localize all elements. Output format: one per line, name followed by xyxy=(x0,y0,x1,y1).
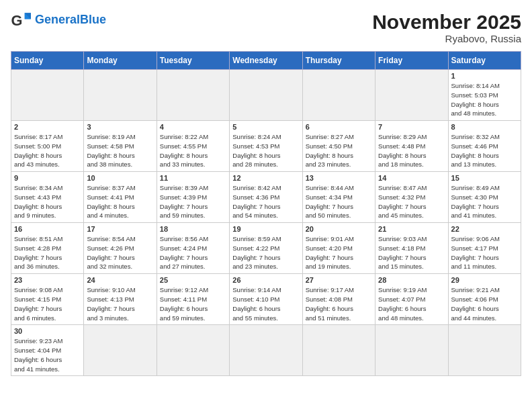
day-cell: 2Sunrise: 8:17 AM Sunset: 5:00 PM Daylig… xyxy=(11,121,84,172)
day-info: Sunrise: 8:34 AM Sunset: 4:43 PM Dayligh… xyxy=(14,183,81,220)
col-header-monday: Monday xyxy=(84,52,157,70)
day-cell: 23Sunrise: 9:08 AM Sunset: 4:15 PM Dayli… xyxy=(11,274,84,325)
day-number: 18 xyxy=(160,225,226,233)
day-info: Sunrise: 8:32 AM Sunset: 4:46 PM Dayligh… xyxy=(451,132,518,169)
day-info: Sunrise: 8:37 AM Sunset: 4:41 PM Dayligh… xyxy=(87,183,153,220)
day-number: 22 xyxy=(451,225,518,233)
day-info: Sunrise: 8:47 AM Sunset: 4:32 PM Dayligh… xyxy=(378,183,445,220)
day-cell: 19Sunrise: 8:59 AM Sunset: 4:22 PM Dayli… xyxy=(230,223,302,274)
day-cell: 8Sunrise: 8:32 AM Sunset: 4:46 PM Daylig… xyxy=(448,121,521,172)
week-row-2: 2Sunrise: 8:17 AM Sunset: 5:00 PM Daylig… xyxy=(11,121,521,172)
title-block: November 2025 Ryabovo, Russia xyxy=(372,11,521,44)
day-cell: 16Sunrise: 8:51 AM Sunset: 4:28 PM Dayli… xyxy=(11,223,84,274)
day-cell xyxy=(84,325,157,376)
col-header-saturday: Saturday xyxy=(448,52,521,70)
day-cell: 7Sunrise: 8:29 AM Sunset: 4:48 PM Daylig… xyxy=(375,121,448,172)
day-info: Sunrise: 8:29 AM Sunset: 4:48 PM Dayligh… xyxy=(378,132,445,169)
day-cell: 30Sunrise: 9:23 AM Sunset: 4:04 PM Dayli… xyxy=(11,325,84,376)
day-number: 19 xyxy=(232,225,299,233)
day-info: Sunrise: 8:17 AM Sunset: 5:00 PM Dayligh… xyxy=(14,132,81,169)
day-info: Sunrise: 9:17 AM Sunset: 4:08 PM Dayligh… xyxy=(306,285,372,322)
day-cell: 28Sunrise: 9:19 AM Sunset: 4:07 PM Dayli… xyxy=(375,274,448,325)
day-cell xyxy=(157,70,229,121)
day-cell xyxy=(11,70,84,121)
day-number: 15 xyxy=(451,174,518,182)
day-cell xyxy=(375,325,448,376)
day-number: 17 xyxy=(87,225,153,233)
day-info: Sunrise: 9:08 AM Sunset: 4:15 PM Dayligh… xyxy=(14,285,81,322)
day-number: 8 xyxy=(451,123,518,131)
week-row-1: 1Sunrise: 8:14 AM Sunset: 5:03 PM Daylig… xyxy=(11,70,521,121)
day-number: 24 xyxy=(87,276,153,284)
day-info: Sunrise: 8:22 AM Sunset: 4:55 PM Dayligh… xyxy=(160,132,226,169)
day-cell: 12Sunrise: 8:42 AM Sunset: 4:36 PM Dayli… xyxy=(230,172,302,223)
logo-general: General xyxy=(35,13,80,26)
day-cell: 15Sunrise: 8:49 AM Sunset: 4:30 PM Dayli… xyxy=(448,172,521,223)
month-title: November 2025 xyxy=(372,11,521,33)
day-cell: 10Sunrise: 8:37 AM Sunset: 4:41 PM Dayli… xyxy=(84,172,157,223)
day-cell: 11Sunrise: 8:39 AM Sunset: 4:39 PM Dayli… xyxy=(157,172,229,223)
day-cell: 9Sunrise: 8:34 AM Sunset: 4:43 PM Daylig… xyxy=(11,172,84,223)
day-cell: 22Sunrise: 9:06 AM Sunset: 4:17 PM Dayli… xyxy=(448,223,521,274)
day-cell: 4Sunrise: 8:22 AM Sunset: 4:55 PM Daylig… xyxy=(157,121,229,172)
day-cell: 13Sunrise: 8:44 AM Sunset: 4:34 PM Dayli… xyxy=(302,172,375,223)
day-info: Sunrise: 8:42 AM Sunset: 4:36 PM Dayligh… xyxy=(232,183,299,220)
day-number: 3 xyxy=(87,123,153,131)
col-header-sunday: Sunday xyxy=(11,52,84,70)
day-cell xyxy=(84,70,157,121)
day-cell: 24Sunrise: 9:10 AM Sunset: 4:13 PM Dayli… xyxy=(84,274,157,325)
col-header-tuesday: Tuesday xyxy=(157,52,229,70)
page: G GeneralBlue November 2025 Ryabovo, Rus… xyxy=(0,0,532,383)
calendar: SundayMondayTuesdayWednesdayThursdayFrid… xyxy=(11,51,521,376)
day-info: Sunrise: 9:01 AM Sunset: 4:20 PM Dayligh… xyxy=(306,234,372,271)
day-cell: 14Sunrise: 8:47 AM Sunset: 4:32 PM Dayli… xyxy=(375,172,448,223)
day-info: Sunrise: 8:54 AM Sunset: 4:26 PM Dayligh… xyxy=(87,234,153,271)
day-number: 12 xyxy=(232,174,299,182)
col-header-friday: Friday xyxy=(375,52,448,70)
day-number: 6 xyxy=(306,123,372,131)
week-row-6: 30Sunrise: 9:23 AM Sunset: 4:04 PM Dayli… xyxy=(11,325,521,376)
day-number: 30 xyxy=(14,327,81,335)
day-number: 10 xyxy=(87,174,153,182)
day-info: Sunrise: 9:19 AM Sunset: 4:07 PM Dayligh… xyxy=(378,285,445,322)
day-info: Sunrise: 8:14 AM Sunset: 5:03 PM Dayligh… xyxy=(451,81,518,118)
day-cell: 17Sunrise: 8:54 AM Sunset: 4:26 PM Dayli… xyxy=(84,223,157,274)
day-info: Sunrise: 9:21 AM Sunset: 4:06 PM Dayligh… xyxy=(451,285,518,322)
day-info: Sunrise: 9:23 AM Sunset: 4:04 PM Dayligh… xyxy=(14,336,81,373)
day-info: Sunrise: 8:49 AM Sunset: 4:30 PM Dayligh… xyxy=(451,183,518,220)
day-info: Sunrise: 8:44 AM Sunset: 4:34 PM Dayligh… xyxy=(306,183,372,220)
day-number: 28 xyxy=(378,276,445,284)
col-header-thursday: Thursday xyxy=(302,52,375,70)
day-cell xyxy=(375,70,448,121)
day-info: Sunrise: 8:59 AM Sunset: 4:22 PM Dayligh… xyxy=(232,234,299,271)
day-number: 23 xyxy=(14,276,81,284)
day-info: Sunrise: 8:24 AM Sunset: 4:53 PM Dayligh… xyxy=(232,132,299,169)
day-number: 2 xyxy=(14,123,81,131)
day-number: 11 xyxy=(160,174,226,182)
day-cell: 5Sunrise: 8:24 AM Sunset: 4:53 PM Daylig… xyxy=(230,121,302,172)
day-number: 29 xyxy=(451,276,518,284)
location-title: Ryabovo, Russia xyxy=(372,33,521,44)
logo: G GeneralBlue xyxy=(11,11,106,30)
day-info: Sunrise: 8:19 AM Sunset: 4:58 PM Dayligh… xyxy=(87,132,153,169)
day-cell xyxy=(230,70,302,121)
day-cell xyxy=(302,70,375,121)
day-cell: 20Sunrise: 9:01 AM Sunset: 4:20 PM Dayli… xyxy=(302,223,375,274)
day-info: Sunrise: 8:56 AM Sunset: 4:24 PM Dayligh… xyxy=(160,234,226,271)
week-row-3: 9Sunrise: 8:34 AM Sunset: 4:43 PM Daylig… xyxy=(11,172,521,223)
day-number: 7 xyxy=(378,123,445,131)
day-cell: 18Sunrise: 8:56 AM Sunset: 4:24 PM Dayli… xyxy=(157,223,229,274)
day-cell: 26Sunrise: 9:14 AM Sunset: 4:10 PM Dayli… xyxy=(230,274,302,325)
week-row-5: 23Sunrise: 9:08 AM Sunset: 4:15 PM Dayli… xyxy=(11,274,521,325)
day-number: 9 xyxy=(14,174,81,182)
logo-text: GeneralBlue xyxy=(35,13,106,27)
day-cell: 29Sunrise: 9:21 AM Sunset: 4:06 PM Dayli… xyxy=(448,274,521,325)
calendar-header-row: SundayMondayTuesdayWednesdayThursdayFrid… xyxy=(11,52,521,70)
day-number: 4 xyxy=(160,123,226,131)
day-number: 20 xyxy=(306,225,372,233)
day-number: 25 xyxy=(160,276,226,284)
day-number: 27 xyxy=(306,276,372,284)
logo-blue: Blue xyxy=(80,13,106,26)
day-cell: 27Sunrise: 9:17 AM Sunset: 4:08 PM Dayli… xyxy=(302,274,375,325)
day-cell: 6Sunrise: 8:27 AM Sunset: 4:50 PM Daylig… xyxy=(302,121,375,172)
